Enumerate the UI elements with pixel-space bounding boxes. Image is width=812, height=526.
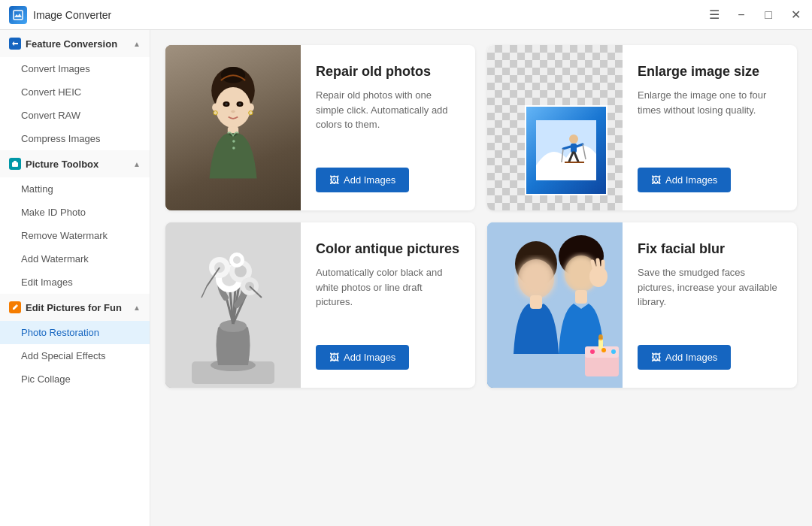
sidebar-group-picture-toolbox[interactable]: Picture Toolbox ▲ [0,150,150,177]
sidebar-section-feature-conversion: Feature Conversion ▲ Convert Images Conv… [0,30,150,150]
minimize-button[interactable]: − [734,8,749,23]
maximize-button[interactable]: □ [761,8,776,23]
content-area: Repair old photos Repair old photos with… [150,30,812,526]
svg-point-55 [518,259,554,298]
card-image-flowers [165,222,301,388]
svg-point-8 [225,103,228,106]
card-info-fix-blur: Fix facial blur Save the smudged faces p… [623,222,797,388]
add-images-icon-color-antique: 🖼 [329,352,339,363]
cards-grid: Repair old photos Repair old photos with… [165,45,797,388]
svg-rect-56 [530,295,542,309]
sidebar-item-remove-watermark[interactable]: Remove Watermark [0,224,150,247]
sidebar-section-picture-toolbox: Picture Toolbox ▲ Matting Make ID Photo … [0,150,150,294]
svg-point-71 [611,349,616,354]
sidebar-item-convert-heic[interactable]: Convert HEIC [0,80,150,104]
svg-line-61 [592,261,594,268]
add-images-icon-enlarge: 🖼 [651,174,661,186]
add-images-button-repair[interactable]: 🖼 Add Images [316,168,409,192]
sidebar-item-convert-images[interactable]: Convert Images [0,57,150,80]
sidebar-section-edit-pictures: Edit Pictures for Fun ▲ Photo Restoratio… [0,294,150,391]
svg-rect-67 [598,339,603,349]
card-repair-old-photos: Repair old photos Repair old photos with… [165,45,475,210]
svg-point-48 [233,256,241,264]
enlarge-inner-image [525,105,607,195]
card-desc-repair: Repair old photos with one simple click.… [316,88,460,132]
svg-point-70 [601,348,606,352]
svg-point-14 [249,111,253,115]
card-image-blur [487,222,623,388]
card-title-repair: Repair old photos [316,63,460,80]
svg-point-11 [212,104,219,112]
sidebar-item-add-watermark[interactable]: Add Watermark [0,247,150,271]
svg-rect-0 [14,11,23,20]
add-images-icon-repair: 🖼 [329,174,339,186]
edit-pictures-chevron: ▲ [133,304,141,312]
add-images-button-fix-blur[interactable]: 🖼 Add Images [638,345,731,370]
app-icon [9,6,27,24]
svg-rect-20 [571,144,577,153]
svg-point-60 [589,266,607,287]
svg-point-13 [214,111,217,115]
sidebar-item-edit-images[interactable]: Edit Images [0,271,150,294]
add-images-label-fix-blur: Add Images [665,352,717,363]
picture-toolbox-icon [9,158,21,170]
card-image-repair [165,45,301,210]
add-images-label-color-antique: Add Images [344,352,395,363]
card-image-enlarge [487,45,623,210]
feature-conversion-label: Feature Conversion [26,38,117,50]
add-images-label-enlarge: Add Images [665,174,717,186]
svg-point-69 [590,349,595,354]
edit-pictures-label: Edit Pictures for Fun [26,302,122,313]
title-bar: Image Converter ☰ − □ ✕ [0,0,812,30]
card-title-fix-blur: Fix facial blur [638,240,782,258]
add-images-button-color-antique[interactable]: 🖼 Add Images [316,345,409,370]
svg-rect-64 [575,290,587,304]
card-desc-fix-blur: Save the smudged faces pictures, increas… [638,265,782,310]
svg-point-9 [238,103,241,106]
title-bar-left: Image Converter [9,6,111,24]
sidebar-group-feature-conversion[interactable]: Feature Conversion ▲ [0,30,150,57]
svg-point-10 [231,110,235,113]
sidebar-item-add-special-effects[interactable]: Add Special Effects [0,344,150,367]
close-button[interactable]: ✕ [788,8,803,23]
sidebar-item-compress-images[interactable]: Compress Images [0,127,150,150]
card-info-repair: Repair old photos Repair old photos with… [301,45,475,210]
card-enlarge-image: Enlarge image size Enlarge the image one… [487,45,797,210]
card-color-antique: Color antique pictures Automatically col… [165,222,475,388]
svg-point-12 [247,104,254,112]
svg-line-62 [598,260,598,266]
menu-button[interactable]: ☰ [707,8,722,23]
sidebar-item-make-id-photo[interactable]: Make ID Photo [0,201,150,224]
picture-toolbox-label: Picture Toolbox [26,159,98,170]
add-images-label-repair: Add Images [344,174,395,186]
card-info-color-antique: Color antique pictures Automatically col… [301,222,475,388]
sidebar-group-edit-pictures[interactable]: Edit Pictures for Fun ▲ [0,294,150,321]
card-title-enlarge: Enlarge image size [638,63,782,80]
svg-point-16 [232,140,235,143]
add-images-icon-fix-blur: 🖼 [651,352,661,363]
sidebar: Feature Conversion ▲ Convert Images Conv… [0,30,150,526]
feature-conversion-chevron: ▲ [133,40,141,48]
app-title: Image Converter [33,9,111,21]
svg-point-5 [216,87,251,128]
card-title-color-antique: Color antique pictures [316,240,460,258]
svg-point-19 [569,135,578,144]
card-desc-enlarge: Enlarge the image one to four times with… [638,88,782,117]
svg-rect-2 [14,161,17,163]
sidebar-item-photo-restoration[interactable]: Photo Restoration [0,321,150,344]
picture-toolbox-chevron: ▲ [133,160,141,168]
card-info-enlarge: Enlarge image size Enlarge the image one… [623,45,797,210]
card-fix-facial-blur: Fix facial blur Save the smudged faces p… [487,222,797,388]
sidebar-item-convert-raw[interactable]: Convert RAW [0,104,150,127]
title-bar-controls: ☰ − □ ✕ [707,8,803,23]
card-desc-color-antique: Automatically color black and white phot… [316,265,460,310]
sidebar-item-matting[interactable]: Matting [0,177,150,201]
sidebar-item-pic-collage[interactable]: Pic Collage [0,367,150,391]
svg-point-68 [598,334,603,340]
svg-point-17 [232,147,235,150]
add-images-button-enlarge[interactable]: 🖼 Add Images [638,168,731,192]
edit-pictures-icon [9,301,21,313]
main-layout: Feature Conversion ▲ Convert Images Conv… [0,30,812,526]
feature-conversion-icon [9,38,21,50]
